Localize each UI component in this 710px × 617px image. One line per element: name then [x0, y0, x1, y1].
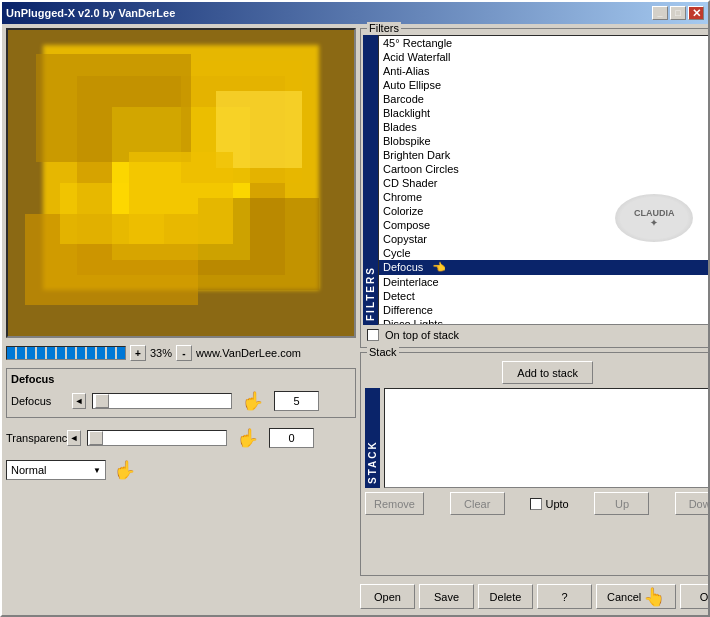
website-label: www.VanDerLee.com [196, 347, 301, 359]
transparency-row: Transparency ◄ 👆 [6, 426, 356, 450]
save-button[interactable]: Save [419, 584, 474, 609]
stack-group-label: Stack [367, 346, 399, 358]
list-item[interactable]: Auto Ellipse [379, 78, 710, 92]
list-item[interactable]: Barcode [379, 92, 710, 106]
stack-list [384, 388, 710, 488]
preview-area [6, 28, 356, 338]
list-item[interactable]: Detect [379, 289, 710, 303]
list-item-defocus[interactable]: Defocus 👈 [379, 260, 710, 275]
left-panel: + 33% - www.VanDerLee.com Defocus Defocu… [6, 28, 356, 611]
pointing-hand-3-icon: 👆 [114, 459, 136, 481]
help-button[interactable]: ? [537, 584, 592, 609]
dropdown-arrow-icon: ▼ [93, 466, 101, 475]
preview-image [8, 30, 354, 336]
cancel-button[interactable]: Cancel 👆 [596, 584, 676, 609]
list-item[interactable]: Anti-Alias [379, 64, 710, 78]
zoom-plus-button[interactable]: + [130, 345, 146, 361]
transparency-decrease-button[interactable]: ◄ [67, 430, 81, 446]
title-bar: UnPlugged-X v2.0 by VanDerLee _ □ ✕ [2, 2, 708, 24]
list-item[interactable]: Brighten Dark [379, 148, 710, 162]
filters-group-label: Filters [367, 22, 401, 34]
stack-bottom-row: Remove Clear Upto Up Down [365, 492, 710, 515]
transparency-value-input[interactable] [269, 428, 314, 448]
zoom-minus-button[interactable]: - [176, 345, 192, 361]
title-bar-buttons: _ □ ✕ [652, 6, 704, 20]
logo-text-2: ✦ [650, 218, 658, 228]
blend-mode-row: Normal ▼ 👆 [6, 458, 356, 482]
upto-checkbox-row: Upto [530, 492, 568, 515]
list-item[interactable]: Cycle [379, 246, 710, 260]
defocus-row: Defocus ◄ 👆 [11, 389, 351, 413]
defocus-section-title: Defocus [11, 373, 351, 385]
logo-text-1: CLAUDIA [634, 208, 675, 218]
defocus-value-input[interactable] [274, 391, 319, 411]
filters-side-label: FILTERS [363, 35, 378, 325]
filters-list: 45° Rectangle Acid Waterfall Anti-Alias … [379, 36, 710, 324]
claudia-logo: CLAUDIA ✦ [615, 194, 693, 242]
stack-top-row: Add to stack [365, 361, 710, 384]
stack-group: Stack Add to stack STACK Remove Clear Up… [360, 352, 710, 576]
close-button[interactable]: ✕ [688, 6, 704, 20]
on-top-row: On top of stack [363, 325, 710, 345]
zoom-slider[interactable] [6, 346, 126, 360]
upto-checkbox[interactable] [530, 498, 542, 510]
list-item[interactable]: Cartoon Circles [379, 162, 710, 176]
list-item[interactable]: Blacklight [379, 106, 710, 120]
main-window: UnPlugged-X v2.0 by VanDerLee _ □ ✕ [0, 0, 710, 617]
defocus-arrow-icon: 👈 [432, 261, 446, 273]
cancel-hand-icon: 👆 [643, 586, 665, 608]
list-item[interactable]: CD Shader [379, 176, 710, 190]
list-item[interactable]: Deinterlace [379, 275, 710, 289]
list-item[interactable]: Blades [379, 120, 710, 134]
transparency-hand-icon: 👆 [233, 426, 263, 450]
defocus-panel: Defocus Defocus ◄ 👆 [6, 368, 356, 418]
stack-content: STACK [365, 388, 710, 488]
up-button[interactable]: Up [594, 492, 649, 515]
filters-list-container: 45° Rectangle Acid Waterfall Anti-Alias … [378, 35, 710, 325]
pointing-hand-icon: 👆 [242, 390, 264, 412]
defocus-label: Defocus [11, 395, 66, 407]
filters-container: FILTERS 45° Rectangle Acid Waterfall Ant… [363, 35, 710, 325]
right-panel: Filters FILTERS 45° Rectangle Acid Water… [360, 28, 710, 611]
remove-button[interactable]: Remove [365, 492, 424, 515]
defocus-slider[interactable] [92, 393, 232, 409]
list-item[interactable]: Blobspike [379, 134, 710, 148]
defocus-thumb[interactable] [95, 394, 109, 408]
zoom-value: 33% [150, 347, 172, 359]
ok-button[interactable]: OK [680, 584, 710, 609]
blend-hand-icon: 👆 [110, 458, 140, 482]
minimize-button[interactable]: _ [652, 6, 668, 20]
filters-group: Filters FILTERS 45° Rectangle Acid Water… [360, 28, 710, 348]
main-content: + 33% - www.VanDerLee.com Defocus Defocu… [2, 24, 708, 615]
pointing-hand-2-icon: 👆 [237, 427, 259, 449]
list-item[interactable]: Difference [379, 303, 710, 317]
on-top-label: On top of stack [385, 329, 459, 341]
transparency-label: Transparency [6, 432, 61, 444]
clear-button[interactable]: Clear [450, 492, 505, 515]
window-title: UnPlugged-X v2.0 by VanDerLee [6, 7, 175, 19]
stack-side-label: STACK [365, 388, 380, 488]
bottom-buttons: Open Save Delete ? Cancel 👆 OK [360, 580, 710, 611]
transparency-thumb[interactable] [89, 431, 103, 445]
zoom-bar: + 33% - www.VanDerLee.com [6, 342, 356, 364]
add-to-stack-button[interactable]: Add to stack [502, 361, 593, 384]
open-button[interactable]: Open [360, 584, 415, 609]
down-button[interactable]: Down [675, 492, 710, 515]
blend-mode-dropdown[interactable]: Normal ▼ [6, 460, 106, 480]
delete-button[interactable]: Delete [478, 584, 533, 609]
maximize-button[interactable]: □ [670, 6, 686, 20]
transparency-slider[interactable] [87, 430, 227, 446]
list-item[interactable]: 45° Rectangle [379, 36, 710, 50]
list-item[interactable]: Disco Lights [379, 317, 710, 324]
on-top-checkbox[interactable] [367, 329, 379, 341]
defocus-hand-icon: 👆 [238, 389, 268, 413]
list-item[interactable]: Acid Waterfall [379, 50, 710, 64]
upto-label: Upto [545, 498, 568, 510]
blend-mode-value: Normal [11, 464, 46, 476]
defocus-decrease-button[interactable]: ◄ [72, 393, 86, 409]
